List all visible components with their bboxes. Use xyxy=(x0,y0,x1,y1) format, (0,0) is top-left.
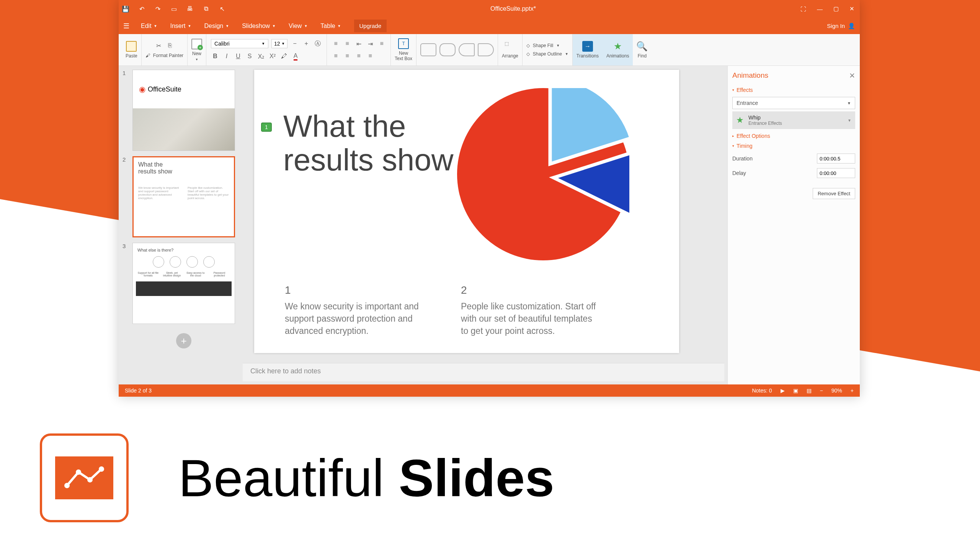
shape-pill[interactable] xyxy=(459,43,475,56)
animations-panel: Animations✕ ▾Effects Entrance▼ ★ WhipEnt… xyxy=(727,66,860,384)
current-slide[interactable]: 1 What the results show 1 We know securi… xyxy=(254,70,679,353)
fullscreen-icon[interactable]: ⛶ xyxy=(800,6,806,12)
redo-icon[interactable]: ↷ xyxy=(154,5,162,13)
shapes-gallery[interactable] xyxy=(420,43,494,56)
format-painter-button[interactable]: 🖌Format Painter xyxy=(145,53,183,58)
align-center-icon[interactable]: ≡ xyxy=(343,52,351,60)
menu-design[interactable]: Design▼ xyxy=(204,23,229,29)
shape-round[interactable] xyxy=(439,43,456,56)
shape-pill2[interactable] xyxy=(478,43,494,56)
minimize-icon[interactable]: — xyxy=(817,6,823,12)
thumb-3[interactable]: 3 What else is there? Support for all fi… xyxy=(122,243,236,324)
col2-text[interactable]: People like customization. Start off wit… xyxy=(461,300,599,337)
menu-view[interactable]: View▼ xyxy=(289,23,307,29)
thumb-1[interactable]: 1 ◉OfficeSuite xyxy=(122,70,236,151)
share-icon[interactable]: ⧉ xyxy=(202,5,210,13)
effect-type-select[interactable]: Entrance▼ xyxy=(732,97,855,109)
delay-input[interactable]: 0:00:00 xyxy=(817,168,855,178)
transitions-button[interactable]: →Transitions xyxy=(573,34,603,65)
print-icon[interactable]: 🖶 xyxy=(186,5,194,13)
maximize-icon[interactable]: ▢ xyxy=(833,5,839,12)
document-title: OfficeSuite.pptx* xyxy=(226,5,800,12)
section-timing[interactable]: ▾Timing xyxy=(732,143,855,149)
shape-rect[interactable] xyxy=(420,43,436,56)
line-spacing-icon[interactable]: ≡ xyxy=(377,39,386,48)
outdent-icon[interactable]: ⇤ xyxy=(354,39,363,48)
zoom-in-icon[interactable]: + xyxy=(851,387,854,394)
new-doc-icon[interactable]: ▭ xyxy=(170,5,178,13)
bullets-icon[interactable]: ≡ xyxy=(332,39,340,48)
user-icon: 👤 xyxy=(848,23,855,29)
zoom-level[interactable]: 90% xyxy=(831,387,842,394)
section-options[interactable]: ▸Effect Options xyxy=(732,133,855,139)
textbox-button[interactable]: TNew Text Box xyxy=(395,38,412,61)
italic-icon[interactable]: I xyxy=(222,52,231,60)
font-size-select[interactable]: 12▼ xyxy=(271,39,287,48)
close-icon[interactable]: ✕ xyxy=(849,5,854,12)
bold-icon[interactable]: B xyxy=(211,52,219,60)
play-icon[interactable]: ▶ xyxy=(781,387,785,394)
ribbon: Paste ✂⎘ 🖌Format Painter +New▼ Calibri▼ … xyxy=(119,34,860,66)
font-increase-icon[interactable]: + xyxy=(302,39,310,48)
align-right-icon[interactable]: ≡ xyxy=(354,52,363,60)
pie-chart[interactable] xyxy=(457,88,629,260)
view-normal-icon[interactable]: ▣ xyxy=(793,387,798,394)
menu-table[interactable]: Table▼ xyxy=(320,23,341,29)
save-icon[interactable]: 💾 xyxy=(122,5,129,13)
signin-button[interactable]: Sign In👤 xyxy=(827,23,855,29)
paste-button[interactable]: Paste xyxy=(126,41,137,59)
find-button[interactable]: 🔍Find xyxy=(633,34,651,65)
remove-effect-button[interactable]: Remove Effect xyxy=(813,188,855,199)
subscript-icon[interactable]: X₂ xyxy=(257,52,265,60)
align-justify-icon[interactable]: ≡ xyxy=(366,52,374,60)
animations-button[interactable]: ★Animations xyxy=(603,34,633,65)
promo-icon xyxy=(40,433,129,522)
font-select[interactable]: Calibri▼ xyxy=(211,39,268,48)
duration-input[interactable]: 0:00:00.5 xyxy=(817,154,855,164)
animation-tag[interactable]: 1 xyxy=(261,123,272,132)
canvas-area: 1 What the results show 1 We know securi… xyxy=(240,66,727,384)
undo-icon[interactable]: ↶ xyxy=(138,5,145,13)
panel-close-icon[interactable]: ✕ xyxy=(849,71,855,80)
shape-outline-button[interactable]: ◇Shape Outline▼ xyxy=(526,51,568,57)
menu-insert[interactable]: Insert▼ xyxy=(170,23,191,29)
svg-point-3 xyxy=(99,466,104,472)
menu-edit[interactable]: Edit▼ xyxy=(141,23,157,29)
notes-input[interactable]: Click here to add notes xyxy=(243,363,724,381)
svg-point-1 xyxy=(76,469,81,475)
section-effects[interactable]: ▾Effects xyxy=(732,87,855,93)
slide-title[interactable]: What the results show xyxy=(283,110,454,177)
slide-counter: Slide 2 of 3 xyxy=(125,387,152,394)
effect-item[interactable]: ★ WhipEntrance Effects ▼ xyxy=(732,111,855,129)
app-window: 💾 ↶ ↷ ▭ 🖶 ⧉ ↖ OfficeSuite.pptx* ⛶ — ▢ ✕ … xyxy=(119,0,860,397)
shape-fill-button[interactable]: ◇Shape Fill▼ xyxy=(526,43,560,48)
notes-count: Notes: 0 xyxy=(752,387,772,394)
hamburger-icon[interactable]: ☰ xyxy=(123,22,129,30)
duration-label: Duration xyxy=(732,155,753,162)
font-color-icon[interactable]: A xyxy=(291,52,300,60)
arrange-button[interactable]: ⬚Arrange xyxy=(502,41,518,59)
clear-format-icon[interactable]: Ⓐ xyxy=(314,39,322,48)
indent-icon[interactable]: ⇥ xyxy=(366,39,374,48)
copy-icon[interactable]: ⎘ xyxy=(166,41,174,50)
superscript-icon[interactable]: X² xyxy=(268,52,277,60)
upgrade-button[interactable]: Upgrade xyxy=(354,20,387,32)
menu-slideshow[interactable]: Slideshow▼ xyxy=(242,23,276,29)
menubar: ☰ Edit▼ Insert▼ Design▼ Slideshow▼ View▼… xyxy=(119,18,860,34)
numbering-icon[interactable]: ≡ xyxy=(343,39,351,48)
plus-icon: + xyxy=(176,333,191,348)
highlight-icon[interactable]: 🖍 xyxy=(280,52,288,60)
cut-icon[interactable]: ✂ xyxy=(154,41,163,50)
add-slide-button[interactable]: + xyxy=(122,329,236,352)
zoom-out-icon[interactable]: − xyxy=(820,387,823,394)
strike-icon[interactable]: S xyxy=(245,52,254,60)
col1-text[interactable]: We know security is important and suppor… xyxy=(285,300,423,337)
delay-label: Delay xyxy=(732,170,746,176)
align-left-icon[interactable]: ≡ xyxy=(332,52,340,60)
pointer-icon[interactable]: ↖ xyxy=(218,5,226,13)
view-outline-icon[interactable]: ▤ xyxy=(807,387,812,394)
underline-icon[interactable]: U xyxy=(234,52,242,60)
font-decrease-icon[interactable]: − xyxy=(291,39,299,48)
thumb-2[interactable]: 2 What the results show We know security… xyxy=(122,156,236,237)
new-slide-button[interactable]: +New▼ xyxy=(191,39,202,61)
